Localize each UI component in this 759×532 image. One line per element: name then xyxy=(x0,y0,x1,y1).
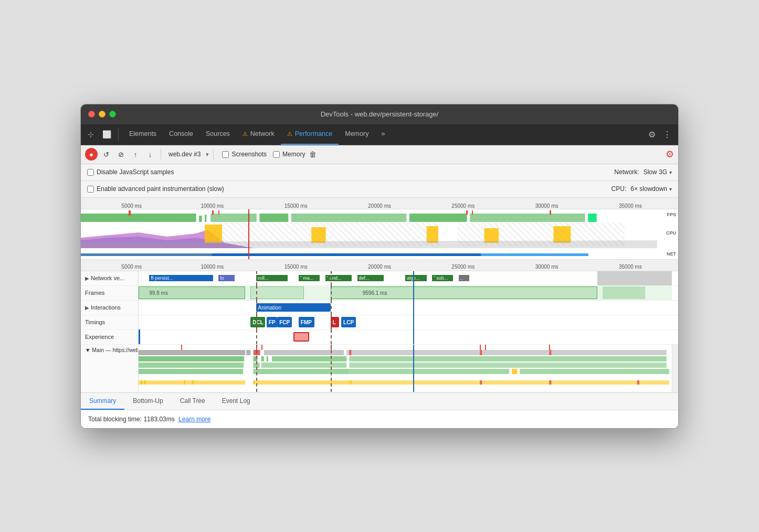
timing-fcp[interactable]: FCP xyxy=(277,317,292,327)
interactions-track-label[interactable]: ▶ Interactions xyxy=(81,301,139,315)
disable-js-checkbox[interactable] xyxy=(87,169,94,176)
dashed-vline-timings-2 xyxy=(331,315,332,329)
fps-red-mark-5 xyxy=(472,210,473,215)
svg-rect-33 xyxy=(253,369,349,374)
network-track-label[interactable]: ▶ Network ve... xyxy=(81,271,139,285)
net-item-def[interactable]: def... xyxy=(357,275,384,281)
tab-elements[interactable]: Elements xyxy=(123,124,163,145)
timings-label-text: Timings xyxy=(85,319,105,325)
dashed-vline-main-2 xyxy=(331,345,332,392)
main-track-scrollbar[interactable] xyxy=(672,345,678,392)
svg-rect-44 xyxy=(184,380,185,385)
fps-red-mark-6 xyxy=(550,210,551,215)
interactions-track-content[interactable]: Animation xyxy=(139,300,672,315)
tab-summary-label: Summary xyxy=(89,397,116,405)
learn-more-link[interactable]: Learn more xyxy=(178,416,210,423)
cpu-throttle-select[interactable]: CPU: 6× slowdown ▾ xyxy=(612,185,672,193)
profile-dropdown[interactable]: ▾ xyxy=(206,151,209,158)
timing-lcp[interactable]: LCP xyxy=(341,317,356,327)
memory-checkbox[interactable] xyxy=(273,151,280,158)
timeline-ruler: 5000 ms 10000 ms 15000 ms 20000 ms 25000… xyxy=(81,198,678,209)
minimize-button[interactable] xyxy=(99,111,106,118)
load-profile-button[interactable]: ↑ xyxy=(129,148,142,161)
tab-console[interactable]: Console xyxy=(163,124,199,145)
paint-instrumentation-label[interactable]: Enable advanced paint instrumentation (s… xyxy=(87,185,224,193)
net-item-ma[interactable]: ˇ ma... xyxy=(299,275,320,281)
paint-instrumentation-checkbox[interactable] xyxy=(87,186,94,193)
experience-track-content[interactable] xyxy=(139,329,672,344)
settings-cog-icon[interactable]: ⚙ xyxy=(666,148,674,160)
net-item-algo[interactable]: algo... xyxy=(405,275,427,281)
experience-cls-item[interactable] xyxy=(293,332,309,342)
maximize-button[interactable] xyxy=(109,111,116,118)
timeline-chart[interactable]: FPS CPU NET xyxy=(81,209,678,259)
reload-record-button[interactable]: ↺ xyxy=(100,148,112,161)
net-item-coll[interactable]: coll... xyxy=(256,275,288,281)
tab-bottom-up[interactable]: Bottom-Up xyxy=(124,393,171,410)
timing-l[interactable]: L xyxy=(331,317,339,327)
timing-fp[interactable]: FP xyxy=(267,317,277,327)
ruler-15000: 15000 ms xyxy=(284,203,308,209)
main-track: ▼ Main — https://web.dev/persistent-stor… xyxy=(81,345,678,392)
tab-sources[interactable]: Sources xyxy=(199,124,236,145)
cpu-dropdown-arrow[interactable]: ▾ xyxy=(669,186,672,192)
network-throttle-select[interactable]: Network: Slow 3G ▾ xyxy=(614,168,672,176)
close-button[interactable] xyxy=(88,111,95,118)
main-track-content[interactable] xyxy=(139,345,672,392)
tab-summary[interactable]: Summary xyxy=(81,393,124,410)
experience-label-text: Experience xyxy=(85,334,114,340)
network-arrow[interactable]: ▶ xyxy=(85,275,89,281)
tab-more-label: » xyxy=(381,130,385,137)
svg-rect-35 xyxy=(512,369,517,374)
screenshots-checkbox[interactable] xyxy=(222,151,229,158)
svg-rect-11 xyxy=(205,225,222,243)
network-dropdown-arrow[interactable]: ▾ xyxy=(669,169,672,175)
cursor-icon[interactable]: ⊹ xyxy=(85,128,97,141)
memory-label: Memory xyxy=(282,151,305,158)
disable-js-label[interactable]: Disable JavaScript samples xyxy=(87,168,174,176)
timing-fmp[interactable]: FMP xyxy=(299,317,314,327)
frames-track-content[interactable]: 99.8 ms 9596.1 ms xyxy=(139,285,672,300)
network-track-content[interactable]: ff-persist... lo coll... ˇ ma... ˇ and..… xyxy=(139,271,672,286)
tab-call-tree-label: Call Tree xyxy=(180,397,205,405)
net-item-sub[interactable]: ˇ sub... xyxy=(432,275,454,281)
clear-button[interactable]: ⊘ xyxy=(114,148,127,161)
tab-memory-label: Memory xyxy=(345,130,368,137)
network-label-text: Network ve... xyxy=(91,275,124,281)
more-options-icon[interactable]: ⋮ xyxy=(660,127,674,142)
bottom-panel: Summary Bottom-Up Call Tree Event Log To… xyxy=(81,392,678,428)
tab-memory[interactable]: Memory xyxy=(339,124,375,145)
tab-network[interactable]: ⚠ Network xyxy=(236,124,281,145)
tab-event-log[interactable]: Event Log xyxy=(214,393,259,410)
tab-performance[interactable]: ⚠ Performance xyxy=(281,124,339,145)
blue-vline-main xyxy=(413,345,414,392)
net-item-and[interactable]: ˇ and... xyxy=(325,275,352,281)
fps-red-mark-4 xyxy=(466,210,468,215)
svg-rect-45 xyxy=(192,380,194,385)
svg-rect-15 xyxy=(553,226,571,243)
net-item-ff[interactable]: ff-persist... xyxy=(149,275,213,281)
svg-rect-49 xyxy=(480,380,482,385)
record-button[interactable]: ● xyxy=(85,148,98,161)
settings-icon[interactable]: ⚙ xyxy=(646,127,658,142)
experience-blue-border xyxy=(139,329,140,344)
interactions-arrow[interactable]: ▶ xyxy=(85,305,89,311)
options-left: Disable JavaScript samples xyxy=(87,168,174,176)
experience-track-label: Experience xyxy=(81,330,139,344)
save-profile-button[interactable]: ↓ xyxy=(144,148,156,161)
timings-track-content[interactable]: DCL FP FCP FMP L LCP xyxy=(139,315,672,329)
animation-item[interactable]: Animation xyxy=(256,303,331,312)
tab-more[interactable]: » xyxy=(375,124,391,145)
screenshots-checkbox-label[interactable]: Screenshots xyxy=(222,151,267,158)
trash-icon[interactable]: 🗑 xyxy=(309,150,317,158)
ruler-20000: 20000 ms xyxy=(368,203,391,209)
net-label: NET xyxy=(667,251,676,257)
timing-dcl[interactable]: DCL xyxy=(250,317,265,327)
net-item-lo[interactable]: lo xyxy=(218,275,234,281)
memory-checkbox-label[interactable]: Memory xyxy=(273,151,305,158)
device-icon[interactable]: ⬜ xyxy=(100,128,114,141)
cursor-line[interactable] xyxy=(248,209,249,259)
tab-call-tree[interactable]: Call Tree xyxy=(172,393,214,410)
net-item-dot[interactable]: .. xyxy=(459,275,469,281)
flame-chart-svg xyxy=(139,350,672,392)
